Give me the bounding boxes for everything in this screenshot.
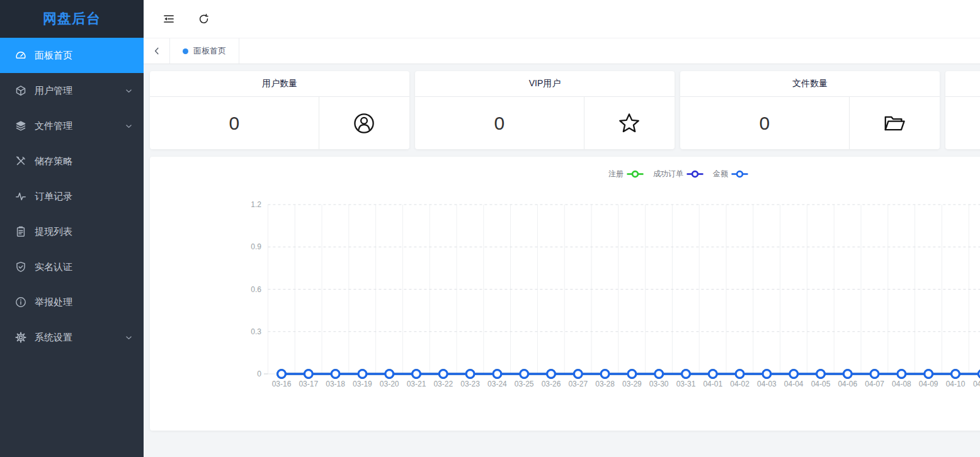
main-column: 面板首页 用户数量0VIP用户0文件数量0 注册成功订单金额 00.30.60.… <box>144 0 980 457</box>
x-tick-label: 04-04 <box>784 380 804 388</box>
sidebar-item-6[interactable]: 提现列表 <box>0 214 144 249</box>
stat-cards-row: 用户数量0VIP用户0文件数量0 <box>150 71 980 149</box>
data-point <box>952 370 960 378</box>
sidebar-item-7[interactable]: 实名认证 <box>0 249 144 285</box>
data-point <box>628 370 636 378</box>
sidebar-item-5[interactable]: 订单记录 <box>0 179 144 214</box>
sidebar-item-3[interactable]: 文件管理 <box>0 108 144 144</box>
sidebar-item-9[interactable]: 系统设置 <box>0 320 144 355</box>
legend-item-1[interactable]: 注册 <box>608 169 644 179</box>
stat-card-body: 0 <box>150 97 409 149</box>
chevron-down-icon <box>124 86 134 96</box>
x-tick-label: 03-26 <box>542 380 561 388</box>
content-area: 用户数量0VIP用户0文件数量0 注册成功订单金额 00.30.60.91.20… <box>144 64 980 457</box>
folder-open-icon <box>883 112 906 135</box>
y-tick-label: 0.9 <box>251 242 261 251</box>
sidebar-item-label: 实名认证 <box>35 261 72 273</box>
x-tick-label: 04-03 <box>757 380 777 388</box>
sidebar-item-label: 用户管理 <box>35 85 72 97</box>
sidebar-item-4[interactable]: 储存策略 <box>0 144 144 179</box>
x-tick-label: 03-25 <box>515 380 534 388</box>
chevron-down-icon <box>124 333 134 342</box>
x-tick-label: 04-11 <box>973 380 980 388</box>
x-tick-label: 03-29 <box>622 380 642 388</box>
cube-icon <box>15 85 26 96</box>
x-tick-label: 04-02 <box>730 380 749 388</box>
layers-icon <box>15 120 26 132</box>
tools-icon <box>15 155 26 167</box>
stat-card-1: 用户数量0 <box>150 71 409 149</box>
sidebar-item-label: 文件管理 <box>35 120 72 132</box>
sidebar-item-1[interactable]: 面板首页 <box>0 38 144 73</box>
sidebar-item-label: 举报处理 <box>35 296 72 308</box>
legend-item-3[interactable]: 金额 <box>713 169 748 179</box>
tab-dashboard[interactable]: 面板首页 <box>170 38 239 64</box>
star-icon <box>618 112 641 135</box>
data-point <box>493 370 501 378</box>
stat-card-3: 文件数量0 <box>680 71 940 149</box>
data-point <box>682 370 690 378</box>
shield-check-icon <box>15 261 26 273</box>
x-tick-label: 04-01 <box>703 380 722 388</box>
data-point <box>736 370 744 378</box>
legend-label: 成功订单 <box>653 169 683 179</box>
stat-card-value <box>945 97 980 149</box>
x-tick-label: 03-31 <box>676 380 696 388</box>
legend-label: 金额 <box>713 169 728 179</box>
refresh-button[interactable] <box>198 13 210 25</box>
x-tick-label: 04-06 <box>838 380 857 388</box>
data-point <box>790 370 798 378</box>
top-header <box>144 0 980 38</box>
sidebar: 网盘后台 面板首页用户管理文件管理储存策略订单记录提现列表实名认证举报处理系统设… <box>0 0 144 457</box>
app-title: 网盘后台 <box>43 9 101 28</box>
x-tick-label: 03-21 <box>407 380 426 388</box>
x-tick-label: 03-24 <box>487 380 507 388</box>
data-point <box>413 370 421 378</box>
x-tick-label: 04-08 <box>892 380 911 388</box>
stat-card-value: 0 <box>680 97 850 149</box>
x-tick-label: 03-22 <box>433 380 453 388</box>
stat-card-title <box>945 71 980 97</box>
pulse-icon <box>15 191 26 202</box>
data-point <box>466 370 474 378</box>
sidebar-item-label: 面板首页 <box>35 50 72 62</box>
gear-icon <box>15 332 26 343</box>
legend-label: 注册 <box>608 169 624 179</box>
sidebar-menu: 面板首页用户管理文件管理储存策略订单记录提现列表实名认证举报处理系统设置 <box>0 38 144 355</box>
data-point <box>870 370 879 378</box>
x-tick-label: 03-18 <box>326 380 345 388</box>
data-point <box>817 370 825 378</box>
chevron-left-icon <box>152 46 162 56</box>
data-point <box>331 370 339 378</box>
data-point <box>925 370 933 378</box>
stat-card-icon-wrap <box>584 97 675 149</box>
data-point <box>547 370 556 378</box>
data-point <box>358 370 367 378</box>
y-tick-label: 0.3 <box>251 327 261 336</box>
sidebar-item-label: 系统设置 <box>35 332 72 344</box>
sidebar-item-label: 储存策略 <box>35 155 72 167</box>
data-point <box>385 370 394 378</box>
chart-card: 注册成功订单金额 00.30.60.91.203-1603-1703-1803-… <box>150 157 980 431</box>
data-point <box>305 370 313 378</box>
sidebar-collapse-button[interactable] <box>162 13 175 25</box>
stat-card-2: VIP用户0 <box>415 71 675 149</box>
sidebar-item-2[interactable]: 用户管理 <box>0 73 144 108</box>
tabs-back-button[interactable] <box>144 38 170 64</box>
stat-card-body: 0 <box>680 97 940 149</box>
x-tick-label: 03-27 <box>568 380 588 388</box>
x-tick-label: 04-10 <box>946 380 966 388</box>
chart-svg: 00.30.60.91.203-1603-1703-1803-1903-2003… <box>150 157 980 431</box>
data-point <box>440 370 448 378</box>
sidebar-item-label: 订单记录 <box>35 191 72 203</box>
info-circle-icon <box>15 296 26 308</box>
data-point <box>655 370 663 378</box>
stat-card-title: 文件数量 <box>680 71 940 97</box>
legend-marker-icon <box>627 170 644 178</box>
sidebar-item-8[interactable]: 举报处理 <box>0 285 144 320</box>
tab-label: 面板首页 <box>193 45 226 57</box>
y-tick-label: 0 <box>257 370 261 378</box>
legend-item-2[interactable]: 成功订单 <box>653 169 704 179</box>
chevron-down-icon <box>124 121 134 131</box>
app-logo: 网盘后台 <box>0 0 144 38</box>
